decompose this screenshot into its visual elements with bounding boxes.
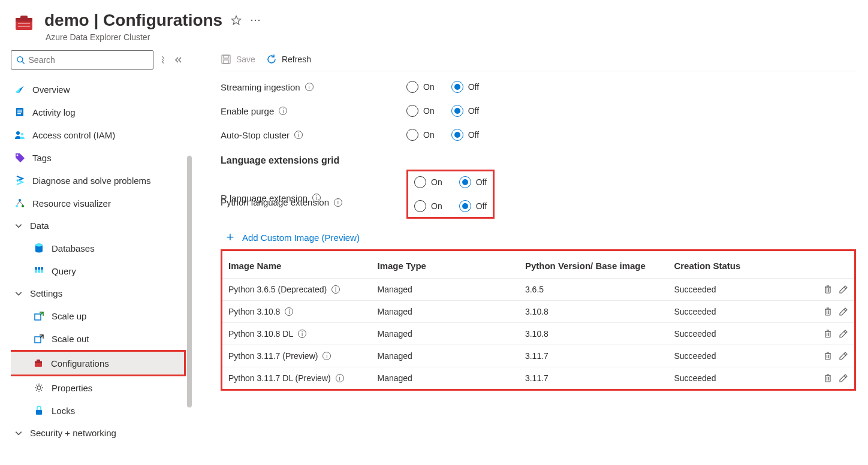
svg-marker-5: [232, 16, 241, 25]
access-control-icon: [14, 129, 25, 140]
svg-point-8: [258, 20, 260, 21]
sidebar-item-configurations[interactable]: Configurations: [11, 350, 186, 376]
expand-icon[interactable]: [158, 55, 168, 65]
r-off-radio[interactable]: Off: [459, 176, 487, 188]
svg-line-54: [844, 309, 846, 311]
sidebar-item-label: Locks: [52, 406, 75, 416]
col-python-version[interactable]: Python Version/ Base image: [519, 253, 668, 279]
streaming-off-radio[interactable]: Off: [451, 81, 479, 93]
purge-on-radio[interactable]: On: [406, 105, 435, 117]
refresh-button[interactable]: Refresh: [266, 54, 311, 65]
svg-rect-41: [224, 55, 228, 58]
scale-up-icon: [34, 310, 44, 321]
page-title: demo | Configurations: [44, 11, 222, 30]
image-type: Managed: [371, 345, 519, 367]
info-icon[interactable]: i: [323, 352, 331, 360]
sidebar-item-label: Access control (IAM): [32, 130, 115, 140]
edit-icon[interactable]: [839, 329, 848, 339]
delete-icon[interactable]: [823, 285, 833, 294]
edit-icon[interactable]: [839, 351, 848, 361]
sidebar-item-properties[interactable]: Properties: [11, 376, 192, 399]
group-data[interactable]: Data: [11, 215, 192, 237]
table-row: Python 3.10.8 DLi Managed 3.10.8 Succeed…: [222, 323, 854, 345]
sidebar-item-label: Resource visualizer: [32, 198, 111, 209]
image-type: Managed: [371, 367, 519, 389]
creation-status: Succeeded: [668, 345, 812, 367]
scrollbar[interactable]: [187, 156, 192, 407]
sidebar-item-scale-up[interactable]: Scale up: [11, 304, 192, 327]
svg-rect-2: [20, 16, 28, 19]
purge-off-radio[interactable]: Off: [451, 105, 479, 117]
streaming-on-radio[interactable]: On: [406, 81, 435, 93]
sidebar-item-diagnose[interactable]: Diagnose and solve problems: [11, 169, 192, 192]
r-on-radio[interactable]: On: [414, 176, 442, 188]
favorite-icon[interactable]: [231, 15, 242, 26]
svg-line-10: [22, 62, 25, 64]
sidebar-item-query[interactable]: Query: [11, 259, 192, 282]
col-image-type[interactable]: Image Type: [371, 253, 519, 279]
svg-rect-27: [35, 267, 37, 270]
svg-point-38: [37, 386, 41, 389]
save-button[interactable]: Save: [221, 54, 255, 65]
info-icon[interactable]: i: [336, 374, 344, 382]
refresh-label: Refresh: [282, 55, 311, 64]
autostop-on-radio[interactable]: On: [406, 129, 435, 141]
creation-status: Succeeded: [668, 323, 812, 345]
autostop-off-radio[interactable]: Off: [451, 129, 479, 141]
delete-icon[interactable]: [823, 373, 833, 383]
svg-point-6: [251, 20, 252, 21]
sidebar-item-access-control[interactable]: Access control (IAM): [11, 123, 192, 146]
more-icon[interactable]: [250, 19, 261, 22]
search-input[interactable]: [11, 50, 153, 70]
svg-rect-39: [36, 410, 42, 415]
sidebar-item-tags[interactable]: Tags: [11, 146, 192, 169]
svg-point-22: [22, 205, 24, 207]
info-icon[interactable]: i: [294, 131, 303, 139]
python-on-radio[interactable]: On: [414, 200, 442, 212]
edit-icon[interactable]: [839, 307, 848, 316]
svg-rect-16: [17, 113, 21, 114]
info-icon[interactable]: i: [331, 285, 340, 294]
group-security[interactable]: Security + networking: [11, 422, 192, 444]
info-icon[interactable]: i: [285, 307, 293, 316]
image-name: Python 3.10.8 DL: [228, 329, 293, 339]
sidebar-item-scale-out[interactable]: Scale out: [11, 327, 192, 350]
locks-icon: [34, 405, 44, 416]
delete-icon[interactable]: [823, 351, 833, 361]
images-table: Image Name Image Type Python Version/ Ba…: [222, 253, 854, 389]
sidebar-item-activity-log[interactable]: Activity log: [11, 101, 192, 123]
edit-icon[interactable]: [839, 285, 848, 294]
delete-icon[interactable]: [823, 307, 833, 316]
svg-rect-33: [35, 314, 41, 320]
delete-icon[interactable]: [823, 329, 833, 339]
sidebar-item-resource-visualizer[interactable]: Resource visualizer: [11, 192, 192, 215]
table-row: Python 3.6.5 (Deprecated)i Managed 3.6.5…: [222, 279, 854, 301]
sidebar-item-overview[interactable]: Overview: [11, 78, 192, 101]
svg-point-18: [21, 133, 23, 135]
collapse-icon[interactable]: [173, 55, 182, 65]
info-icon[interactable]: i: [279, 107, 287, 115]
python-off-radio[interactable]: Off: [459, 200, 487, 212]
svg-line-60: [844, 331, 846, 333]
creation-status: Succeeded: [668, 301, 812, 323]
table-row: Python 3.11.7 DL (Preview)i Managed 3.11…: [222, 367, 854, 389]
svg-rect-40: [222, 55, 230, 64]
info-icon[interactable]: i: [334, 198, 342, 207]
image-name: Python 3.6.5 (Deprecated): [228, 285, 327, 294]
info-icon[interactable]: i: [298, 330, 306, 338]
info-icon[interactable]: i: [305, 83, 314, 91]
group-label: Data: [30, 221, 49, 231]
col-image-name[interactable]: Image Name: [222, 253, 371, 279]
table-row: Python 3.11.7 (Preview)i Managed 3.11.7 …: [222, 345, 854, 367]
sidebar-item-databases[interactable]: Databases: [11, 237, 192, 259]
svg-rect-34: [35, 337, 41, 343]
add-custom-image-button[interactable]: + Add Custom Image (Preview): [224, 231, 856, 243]
svg-rect-67: [825, 376, 830, 382]
col-creation-status[interactable]: Creation Status: [668, 253, 812, 279]
image-name: Python 3.10.8: [228, 307, 280, 316]
group-settings[interactable]: Settings: [11, 282, 192, 304]
toolbar: Save Refresh: [221, 50, 856, 71]
resource-icon: [12, 11, 36, 35]
sidebar-item-locks[interactable]: Locks: [11, 399, 192, 422]
edit-icon[interactable]: [839, 373, 848, 383]
